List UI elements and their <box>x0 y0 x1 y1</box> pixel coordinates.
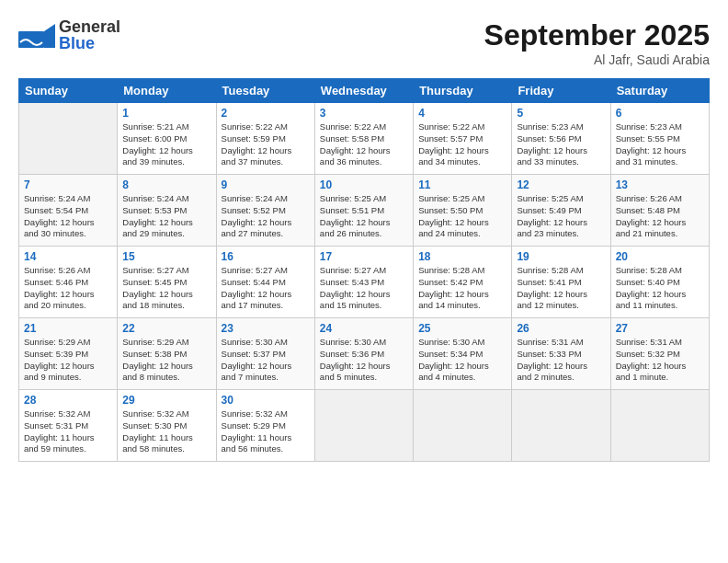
cell-info: Sunrise: 5:27 AM Sunset: 5:45 PM Dayligh… <box>122 265 210 312</box>
day-number: 2 <box>222 107 310 120</box>
day-number: 20 <box>616 250 704 263</box>
cell-info: Sunrise: 5:30 AM Sunset: 5:36 PM Dayligh… <box>320 337 408 384</box>
day-number: 12 <box>517 178 605 191</box>
day-number: 22 <box>122 322 210 335</box>
day-number: 17 <box>320 250 408 263</box>
cell-info: Sunrise: 5:21 AM Sunset: 6:00 PM Dayligh… <box>122 121 210 168</box>
cell-info: Sunrise: 5:22 AM Sunset: 5:59 PM Dayligh… <box>222 121 310 168</box>
th-saturday: Saturday <box>610 79 709 103</box>
calendar-cell: 30Sunrise: 5:32 AM Sunset: 5:29 PM Dayli… <box>216 390 314 462</box>
day-number: 21 <box>24 322 112 335</box>
calendar-cell: 2Sunrise: 5:22 AM Sunset: 5:59 PM Daylig… <box>216 103 314 175</box>
cell-info: Sunrise: 5:23 AM Sunset: 5:56 PM Dayligh… <box>517 121 605 168</box>
cell-info: Sunrise: 5:24 AM Sunset: 5:53 PM Dayligh… <box>122 193 210 240</box>
calendar-cell: 20Sunrise: 5:28 AM Sunset: 5:40 PM Dayli… <box>610 247 709 318</box>
calendar-cell: 23Sunrise: 5:30 AM Sunset: 5:37 PM Dayli… <box>216 318 314 390</box>
day-number: 25 <box>418 322 506 335</box>
day-number: 11 <box>418 178 506 191</box>
cell-info: Sunrise: 5:26 AM Sunset: 5:48 PM Dayligh… <box>616 193 704 240</box>
cell-info: Sunrise: 5:28 AM Sunset: 5:40 PM Dayligh… <box>616 265 704 312</box>
calendar-cell: 8Sunrise: 5:24 AM Sunset: 5:53 PM Daylig… <box>118 175 216 247</box>
th-sunday: Sunday <box>19 79 118 103</box>
cell-info: Sunrise: 5:30 AM Sunset: 5:37 PM Dayligh… <box>222 337 310 384</box>
calendar-cell: 25Sunrise: 5:30 AM Sunset: 5:34 PM Dayli… <box>414 318 512 390</box>
calendar-cell: 29Sunrise: 5:32 AM Sunset: 5:30 PM Dayli… <box>118 390 216 462</box>
cell-info: Sunrise: 5:24 AM Sunset: 5:54 PM Dayligh… <box>24 193 112 240</box>
month-title: September 2025 <box>484 18 710 52</box>
cell-info: Sunrise: 5:27 AM Sunset: 5:43 PM Dayligh… <box>320 265 408 312</box>
calendar-cell <box>610 390 709 462</box>
calendar-cell: 12Sunrise: 5:25 AM Sunset: 5:49 PM Dayli… <box>512 175 610 247</box>
day-number: 4 <box>418 107 506 120</box>
calendar-cell: 26Sunrise: 5:31 AM Sunset: 5:33 PM Dayli… <box>512 318 610 390</box>
day-number: 27 <box>616 322 704 335</box>
day-number: 14 <box>24 250 112 263</box>
day-number: 10 <box>320 178 408 191</box>
cell-info: Sunrise: 5:25 AM Sunset: 5:50 PM Dayligh… <box>418 193 506 240</box>
day-number: 13 <box>616 178 704 191</box>
week-row-1: 1Sunrise: 5:21 AM Sunset: 6:00 PM Daylig… <box>19 103 710 175</box>
cell-info: Sunrise: 5:32 AM Sunset: 5:29 PM Dayligh… <box>222 408 310 455</box>
calendar-cell <box>314 390 413 462</box>
day-number: 26 <box>517 322 605 335</box>
cell-info: Sunrise: 5:25 AM Sunset: 5:51 PM Dayligh… <box>320 193 408 240</box>
cell-info: Sunrise: 5:25 AM Sunset: 5:49 PM Dayligh… <box>517 193 605 240</box>
day-number: 24 <box>320 322 408 335</box>
day-number: 8 <box>122 178 210 191</box>
cell-info: Sunrise: 5:27 AM Sunset: 5:44 PM Dayligh… <box>222 265 310 312</box>
calendar-cell: 18Sunrise: 5:28 AM Sunset: 5:42 PM Dayli… <box>414 247 512 318</box>
week-row-5: 28Sunrise: 5:32 AM Sunset: 5:31 PM Dayli… <box>19 390 710 462</box>
calendar-cell: 16Sunrise: 5:27 AM Sunset: 5:44 PM Dayli… <box>216 247 314 318</box>
th-wednesday: Wednesday <box>314 79 413 103</box>
calendar-cell: 17Sunrise: 5:27 AM Sunset: 5:43 PM Dayli… <box>314 247 413 318</box>
week-row-2: 7Sunrise: 5:24 AM Sunset: 5:54 PM Daylig… <box>19 175 710 247</box>
cell-info: Sunrise: 5:23 AM Sunset: 5:55 PM Dayligh… <box>616 121 704 168</box>
cell-info: Sunrise: 5:22 AM Sunset: 5:57 PM Dayligh… <box>418 121 506 168</box>
cell-info: Sunrise: 5:26 AM Sunset: 5:46 PM Dayligh… <box>24 265 112 312</box>
day-number: 1 <box>122 107 210 120</box>
cell-info: Sunrise: 5:29 AM Sunset: 5:38 PM Dayligh… <box>122 337 210 384</box>
day-number: 7 <box>24 178 112 191</box>
cell-info: Sunrise: 5:32 AM Sunset: 5:31 PM Dayligh… <box>24 408 112 455</box>
day-number: 3 <box>320 107 408 120</box>
calendar-cell: 9Sunrise: 5:24 AM Sunset: 5:52 PM Daylig… <box>216 175 314 247</box>
cell-info: Sunrise: 5:32 AM Sunset: 5:30 PM Dayligh… <box>122 408 210 455</box>
cell-info: Sunrise: 5:22 AM Sunset: 5:58 PM Dayligh… <box>320 121 408 168</box>
day-number: 28 <box>24 394 112 407</box>
calendar-cell: 28Sunrise: 5:32 AM Sunset: 5:31 PM Dayli… <box>19 390 118 462</box>
header-row: Sunday Monday Tuesday Wednesday Thursday… <box>19 79 710 103</box>
logo: General Blue <box>18 18 120 52</box>
cell-info: Sunrise: 5:24 AM Sunset: 5:52 PM Dayligh… <box>222 193 310 240</box>
calendar-cell <box>512 390 610 462</box>
calendar-cell: 7Sunrise: 5:24 AM Sunset: 5:54 PM Daylig… <box>19 175 118 247</box>
cell-info: Sunrise: 5:31 AM Sunset: 5:32 PM Dayligh… <box>616 337 704 384</box>
calendar-cell <box>19 103 118 175</box>
th-friday: Friday <box>512 79 610 103</box>
th-thursday: Thursday <box>414 79 512 103</box>
calendar-cell: 22Sunrise: 5:29 AM Sunset: 5:38 PM Dayli… <box>118 318 216 390</box>
cell-info: Sunrise: 5:28 AM Sunset: 5:41 PM Dayligh… <box>517 265 605 312</box>
day-number: 9 <box>222 178 310 191</box>
page: General Blue September 2025 Al Jafr, Sau… <box>0 0 728 563</box>
week-row-4: 21Sunrise: 5:29 AM Sunset: 5:39 PM Dayli… <box>19 318 710 390</box>
day-number: 19 <box>517 250 605 263</box>
week-row-3: 14Sunrise: 5:26 AM Sunset: 5:46 PM Dayli… <box>19 247 710 318</box>
calendar-cell: 27Sunrise: 5:31 AM Sunset: 5:32 PM Dayli… <box>610 318 709 390</box>
day-number: 16 <box>222 250 310 263</box>
calendar-cell: 10Sunrise: 5:25 AM Sunset: 5:51 PM Dayli… <box>314 175 413 247</box>
day-number: 23 <box>222 322 310 335</box>
day-number: 30 <box>222 394 310 407</box>
day-number: 5 <box>517 107 605 120</box>
day-number: 18 <box>418 250 506 263</box>
calendar-cell: 19Sunrise: 5:28 AM Sunset: 5:41 PM Dayli… <box>512 247 610 318</box>
cell-info: Sunrise: 5:29 AM Sunset: 5:39 PM Dayligh… <box>24 337 112 384</box>
calendar-cell: 3Sunrise: 5:22 AM Sunset: 5:58 PM Daylig… <box>314 103 413 175</box>
header: General Blue September 2025 Al Jafr, Sau… <box>18 18 710 67</box>
calendar-cell: 6Sunrise: 5:23 AM Sunset: 5:55 PM Daylig… <box>610 103 709 175</box>
logo-icon <box>18 24 55 46</box>
calendar-table: Sunday Monday Tuesday Wednesday Thursday… <box>18 78 710 462</box>
th-monday: Monday <box>118 79 216 103</box>
location: Al Jafr, Saudi Arabia <box>484 52 710 67</box>
day-number: 15 <box>122 250 210 263</box>
calendar-cell: 21Sunrise: 5:29 AM Sunset: 5:39 PM Dayli… <box>19 318 118 390</box>
